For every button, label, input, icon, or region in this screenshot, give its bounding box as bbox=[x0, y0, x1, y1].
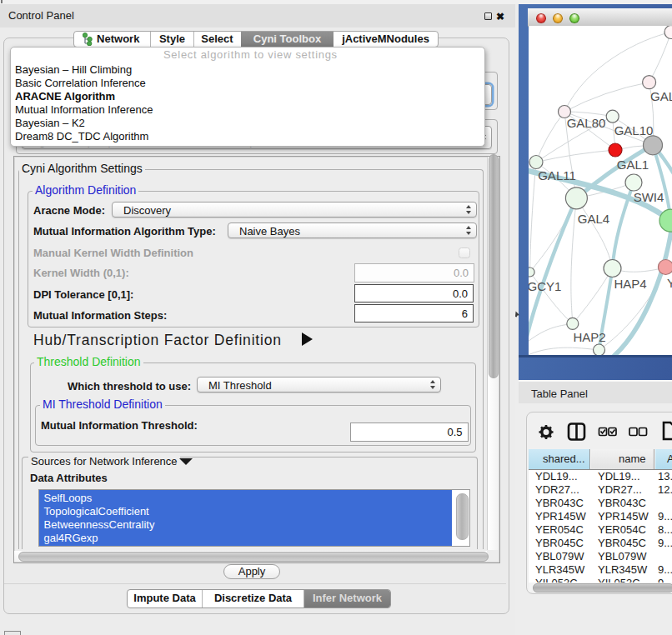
svg-text:GAL11: GAL11 bbox=[538, 168, 576, 182]
svg-text:HAP2: HAP2 bbox=[573, 330, 605, 344]
svg-text:GAL80: GAL80 bbox=[567, 116, 606, 130]
svg-text:HAP4: HAP4 bbox=[614, 277, 646, 291]
svg-text:YEL: YEL bbox=[667, 276, 672, 290]
svg-text:GCY1: GCY1 bbox=[529, 279, 561, 293]
svg-text:GAL4: GAL4 bbox=[578, 212, 609, 226]
svg-text:GAL7: GAL7 bbox=[650, 89, 672, 103]
svg-text:GAL10: GAL10 bbox=[614, 123, 654, 138]
svg-text:SWI4: SWI4 bbox=[634, 190, 664, 204]
svg-text:GAL1: GAL1 bbox=[617, 158, 649, 172]
